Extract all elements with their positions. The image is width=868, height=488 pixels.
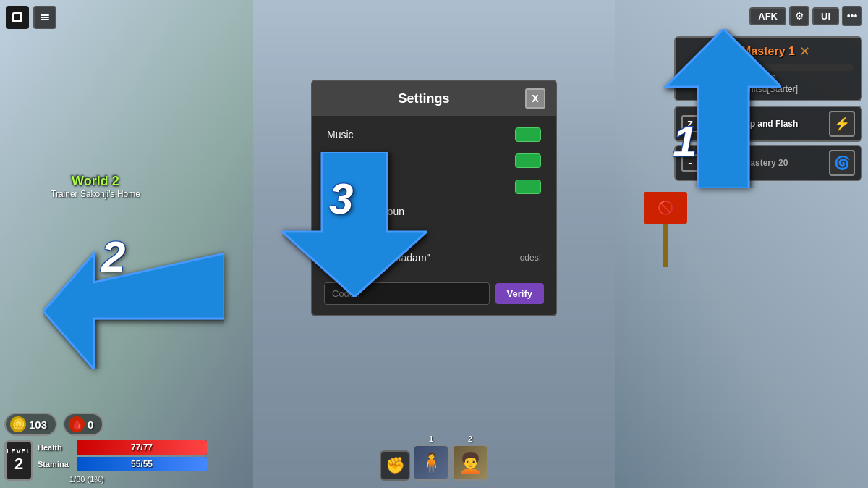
world-name: World 2 <box>51 174 140 189</box>
roblox-icon2[interactable] <box>33 6 56 29</box>
level-box: LEVEL 2 Health 77/77 Stamina 55/55 1/80 … <box>4 440 207 484</box>
sound-toggle[interactable] <box>515 153 541 168</box>
settings-row-sound: Sound <box>312 148 556 174</box>
stamina-label: Stamina <box>38 460 74 468</box>
blood-icon: 🩸 <box>69 416 85 432</box>
skill2-icon: 🌀 <box>829 150 855 176</box>
skill2-name: Required Mastery 20 <box>703 158 825 168</box>
level-badge: LEVEL 2 <box>4 440 33 481</box>
resources-bar: 🪙 103 🩸 0 <box>4 413 207 436</box>
gear-button[interactable]: ⚙ <box>789 6 809 26</box>
character-slot-2[interactable]: 🧑‍🦱 <box>452 445 488 481</box>
settings-row-show-other: Show other's p <box>312 223 556 246</box>
mastery-title: Mastery 1 <box>741 45 795 58</box>
health-value: 77/77 <box>77 440 207 455</box>
world-info: World 2 Trainer Sakonji's Home <box>51 174 140 199</box>
mastery-character-name: Zenitsu[Starter] <box>683 84 854 94</box>
sign-board: 🚫 <box>644 192 687 224</box>
slot2-number: 2 <box>468 434 472 443</box>
play-other-sound-label: Play other's soun <box>327 206 404 217</box>
settings-footer: Verify <box>312 275 556 315</box>
hotbar-slot-1: 1 🧍 <box>413 434 449 481</box>
settings-body: Music Sound Particle Play other's soun S… <box>312 116 556 275</box>
dots-icon: ••• <box>847 10 858 22</box>
char-avatar-2: 🧑‍🦱 <box>454 446 487 479</box>
afk-button[interactable]: AFK <box>749 7 786 25</box>
health-label: Health <box>38 443 74 452</box>
xp-text: 1/80 (1%) <box>69 475 207 484</box>
settings-header: Settings X <box>312 81 556 116</box>
world-location: Trainer Sakonji's Home <box>51 189 140 199</box>
particle-label: Particle <box>327 181 361 193</box>
more-button[interactable]: ••• <box>842 6 862 26</box>
skill-row-z: Z Thunderclap and Flash ⚡ <box>674 106 862 142</box>
skill1-icon: ⚡ <box>829 111 855 137</box>
svg-rect-3 <box>41 17 49 18</box>
gold-count: 103 <box>29 418 47 431</box>
verify-button[interactable]: Verify <box>495 283 544 304</box>
hud-bottom-left: 🪙 103 🩸 0 LEVEL 2 Health 77/77 Stamina <box>0 408 211 488</box>
show-other-label: Show other's p <box>327 229 393 240</box>
topbar: AFK ⚙ UI ••• <box>749 6 862 26</box>
svg-rect-4 <box>41 19 49 20</box>
mastery-header: ✕ Mastery 1 ✕ <box>683 43 854 59</box>
code-input[interactable] <box>324 282 490 305</box>
mastery-progress: 0/10 <box>683 74 854 83</box>
slot1-number: 1 <box>429 434 433 443</box>
settings-close-button[interactable]: X <box>525 88 545 109</box>
mastery-sword-right-icon: ✕ <box>799 43 810 59</box>
hotbar-slot-2: 2 🧑‍🦱 <box>452 434 488 481</box>
group-label: ne group "Yes Madam" <box>327 252 430 264</box>
sign: 🚫 <box>637 192 694 279</box>
health-bar: 77/77 <box>77 440 207 455</box>
roblox-icon <box>6 6 29 29</box>
music-toggle[interactable] <box>515 127 541 142</box>
mastery-sword-left-icon: ✕ <box>726 43 737 59</box>
svg-rect-1 <box>14 14 20 20</box>
hud-right: ✕ Mastery 1 ✕ 0/10 Zenitsu[Starter] Z Th… <box>674 36 862 184</box>
skill-row-minus: - Required Mastery 20 🌀 <box>674 145 862 181</box>
roblox-logo-area <box>6 6 56 29</box>
health-bar-row: Health 77/77 <box>38 440 207 455</box>
settings-row-play-other-sound: Play other's soun <box>312 200 556 223</box>
codes-label: odes! <box>520 253 541 263</box>
settings-row-music: Music <box>312 122 556 148</box>
char-avatar-1: 🧍 <box>414 446 448 479</box>
gear-icon: ⚙ <box>795 10 804 22</box>
sound-label: Sound <box>327 155 356 167</box>
settings-row-particle: Particle <box>312 174 556 200</box>
blood-resource: 🩸 0 <box>63 413 103 436</box>
stamina-bar: 55/55 <box>77 457 207 471</box>
level-label: LEVEL <box>7 447 31 455</box>
health-stamina-bars: Health 77/77 Stamina 55/55 1/80 (1%) <box>38 440 207 484</box>
skill1-name: Thunderclap and Flash <box>703 119 825 129</box>
fist-slot[interactable]: ✊ <box>380 450 410 481</box>
settings-row-group: ne group "Yes Madam" odes! <box>312 246 556 269</box>
character-slot-1[interactable]: 🧍 <box>413 445 449 481</box>
stamina-bar-row: Stamina 55/55 <box>38 457 207 471</box>
ui-button[interactable]: UI <box>812 7 839 25</box>
sign-post <box>663 224 668 267</box>
blood-count: 0 <box>88 418 93 431</box>
stamina-value: 55/55 <box>77 457 207 471</box>
mastery-bar-container <box>683 64 854 71</box>
level-number: 2 <box>14 455 23 474</box>
gold-resource: 🪙 103 <box>4 413 57 436</box>
gold-icon: 🪙 <box>10 416 26 432</box>
settings-dialog: Settings X Music Sound Particle Play oth… <box>311 80 557 316</box>
skill-minus-key: - <box>681 154 699 172</box>
skill-z-key: Z <box>681 115 699 132</box>
hotbar: ✊ 1 🧍 2 🧑‍🦱 <box>380 434 488 481</box>
settings-title: Settings <box>323 91 525 106</box>
music-label: Music <box>327 129 354 140</box>
svg-rect-2 <box>41 14 49 16</box>
mastery-box: ✕ Mastery 1 ✕ 0/10 Zenitsu[Starter] <box>674 36 862 101</box>
particle-toggle[interactable] <box>515 180 541 194</box>
